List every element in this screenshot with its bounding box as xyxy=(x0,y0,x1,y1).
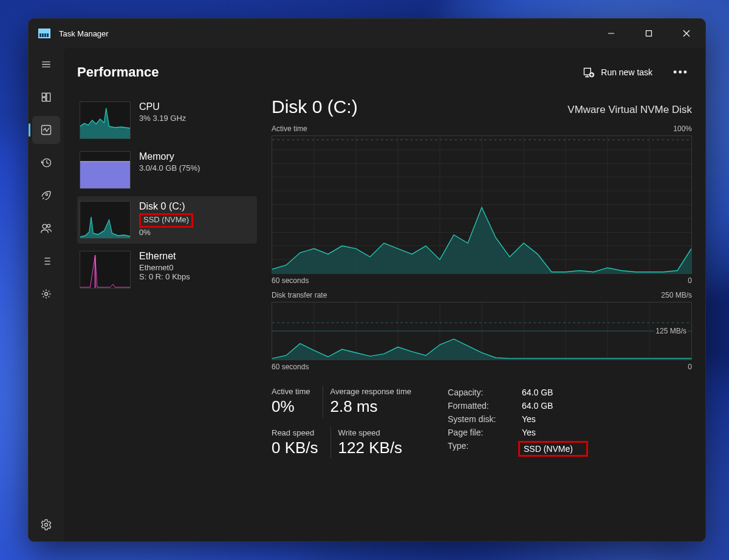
hamburger-button[interactable] xyxy=(32,50,60,78)
window-title: Task Manager xyxy=(59,29,109,38)
chart1-top-left: Active time xyxy=(272,125,307,133)
transfer-rate-chart-block: Disk transfer rate 250 MB/s xyxy=(272,291,692,371)
ethernet-adapter: Ethernet0 xyxy=(139,263,190,272)
stat-write-speed-value: 122 KB/s xyxy=(338,439,403,457)
svg-rect-8 xyxy=(47,93,50,101)
chart1-bottom-left: 60 seconds xyxy=(272,276,309,285)
ethernet-thumb xyxy=(80,251,131,289)
stat-write-speed-label: Write speed xyxy=(338,428,403,437)
stat-active-time-label: Active time xyxy=(272,387,310,396)
info-formatted-v: 64.0 GB xyxy=(522,401,553,411)
disk-thumb xyxy=(80,201,131,239)
resource-card-ethernet[interactable]: Ethernet Ethernet0 S: 0 R: 0 Kbps xyxy=(77,246,257,293)
active-time-chart-block: Active time 100% xyxy=(272,125,692,285)
chart2-bottom-right: 0 xyxy=(688,363,692,371)
page-title: Performance xyxy=(77,64,159,80)
nav-app-history[interactable] xyxy=(32,149,60,177)
cpu-sub: 3% 3.19 GHz xyxy=(139,114,186,123)
nav-processes[interactable] xyxy=(32,83,60,111)
resource-card-disk0[interactable]: Disk 0 (C:) SSD (NVMe) 0% xyxy=(77,196,257,244)
close-button[interactable] xyxy=(668,19,705,48)
info-type-k: Type: xyxy=(448,441,511,457)
chart1-bottom-right: 0 xyxy=(688,276,692,285)
svg-marker-53 xyxy=(272,208,691,273)
svg-rect-30 xyxy=(80,162,130,188)
info-capacity-k: Capacity: xyxy=(448,388,511,397)
nav-users[interactable] xyxy=(32,214,60,242)
chart2-bottom-left: 60 seconds xyxy=(272,363,309,371)
svg-point-21 xyxy=(45,293,48,296)
resource-card-memory[interactable]: Memory 3.0/4.0 GB (75%) xyxy=(77,146,257,194)
info-pagefile-v: Yes xyxy=(522,428,536,437)
nav-startup[interactable] xyxy=(32,182,60,210)
minimize-button[interactable] xyxy=(592,19,630,48)
detail-panel: Disk 0 (C:) VMware Virtual NVMe Disk Act… xyxy=(272,97,692,530)
svg-rect-9 xyxy=(42,98,46,101)
disk-usage: 0% xyxy=(139,228,193,237)
chart2-top-left: Disk transfer rate xyxy=(272,291,327,299)
nav-performance[interactable] xyxy=(32,116,60,144)
active-time-chart[interactable] xyxy=(272,135,692,274)
disk-info-table: Capacity:64.0 GB Formatted:64.0 GB Syste… xyxy=(448,386,588,459)
stat-active-time-value: 0% xyxy=(272,397,310,416)
stats-row: Active time 0% Average response time 2.8… xyxy=(272,386,692,459)
stat-read-speed-value: 0 KB/s xyxy=(272,439,318,457)
chart1-top-right: 100% xyxy=(673,125,692,133)
disk-type-highlight: SSD (NVMe) xyxy=(139,213,193,228)
cpu-thumb xyxy=(80,101,131,139)
nav-services[interactable] xyxy=(32,280,60,308)
memory-thumb xyxy=(80,151,131,189)
info-systemdisk-v: Yes xyxy=(522,414,536,424)
more-options-button[interactable]: ••• xyxy=(669,64,692,81)
titlebar[interactable]: Task Manager xyxy=(29,19,705,48)
chart2-mid-right: 125 MB/s xyxy=(654,327,688,335)
nav-rail xyxy=(29,48,64,541)
run-new-task-button[interactable]: Run new task xyxy=(577,63,659,82)
info-capacity-v: 64.0 GB xyxy=(522,388,553,397)
resource-card-cpu[interactable]: CPU 3% 3.19 GHz xyxy=(77,97,257,144)
detail-subtitle: VMware Virtual NVMe Disk xyxy=(567,104,692,116)
task-manager-window: Task Manager xyxy=(28,18,706,542)
stat-read-speed-label: Read speed xyxy=(272,428,318,437)
transfer-rate-chart[interactable]: 125 MB/s xyxy=(272,302,692,360)
svg-point-22 xyxy=(45,524,48,527)
info-formatted-k: Formatted: xyxy=(448,401,511,411)
settings-button[interactable] xyxy=(32,511,60,539)
ethernet-title: Ethernet xyxy=(139,251,190,262)
app-icon xyxy=(38,29,50,38)
disk-title: Disk 0 (C:) xyxy=(139,201,193,212)
memory-title: Memory xyxy=(139,151,200,162)
nav-details[interactable] xyxy=(32,247,60,275)
chart2-top-right: 250 MB/s xyxy=(661,291,692,299)
detail-title: Disk 0 (C:) xyxy=(272,97,358,117)
run-new-task-label: Run new task xyxy=(601,67,652,77)
stat-avg-response-label: Average response time xyxy=(330,387,411,396)
svg-rect-1 xyxy=(646,31,652,36)
svg-point-14 xyxy=(47,224,50,227)
stat-avg-response-value: 2.8 ms xyxy=(330,397,411,416)
resource-list: CPU 3% 3.19 GHz Memory xyxy=(77,97,257,530)
ethernet-rate: S: 0 R: 0 Kbps xyxy=(139,272,190,281)
svg-point-13 xyxy=(43,224,47,228)
svg-point-12 xyxy=(46,194,47,196)
page-header: Performance Run new task ••• xyxy=(77,59,692,86)
cpu-title: CPU xyxy=(139,101,186,112)
info-systemdisk-k: System disk: xyxy=(448,414,511,424)
memory-sub: 3.0/4.0 GB (75%) xyxy=(139,163,200,172)
info-pagefile-k: Page file: xyxy=(448,428,511,437)
info-type-v-highlight: SSD (NVMe) xyxy=(518,441,588,457)
svg-rect-7 xyxy=(42,93,46,97)
maximize-button[interactable] xyxy=(630,19,668,48)
